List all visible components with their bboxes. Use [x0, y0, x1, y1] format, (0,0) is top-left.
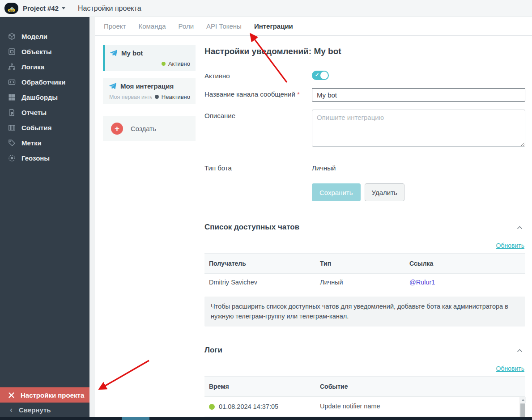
panel-title: Настройки уведомлений: My bot [204, 47, 525, 56]
sidebar-item-objects[interactable]: Объекты [0, 44, 89, 59]
chevron-up-icon [517, 226, 523, 229]
collapse-section-button[interactable] [514, 221, 525, 233]
page-title: Настройки проекта [78, 4, 141, 13]
create-label: Создать [131, 125, 156, 132]
divider [204, 214, 525, 214]
tab-integrations[interactable]: Интеграции [254, 22, 293, 30]
chevron-up-icon [517, 349, 523, 352]
field-label: Тип бота [204, 162, 312, 172]
logs-refresh-row: Обновить [204, 365, 524, 373]
scroll-up-button[interactable] [520, 397, 526, 403]
sidebar-item-label: Обработчики [21, 78, 66, 86]
integration-title: My bot [121, 49, 143, 57]
sidebar-item-label: Свернуть [19, 406, 51, 414]
sidebar-item-label: События [21, 124, 51, 132]
sidebar-collapse-button[interactable]: ‹ Свернуть [0, 403, 89, 417]
sidebar-item-tags[interactable]: Метки [0, 135, 89, 150]
log-time: 01.08.2024 14:37:05 [219, 403, 278, 410]
log-event: Update notifier name [315, 396, 525, 416]
integration-list: My bot Активно Моя интеграция Моя первая… [103, 45, 196, 141]
chats-hint: Чтобы расширить список доступных чатов д… [204, 297, 525, 327]
channel-name-input[interactable] [312, 88, 525, 102]
sidebar-item-models[interactable]: Модели [0, 29, 89, 44]
sidebar-item-reports[interactable]: Отчеты [0, 105, 89, 120]
divider [204, 337, 525, 337]
sidebar-item-events[interactable]: События [0, 120, 89, 135]
table-row: Dmitriy Savichev Личный @Rulur1 [204, 274, 525, 291]
column-header: Время [204, 376, 315, 396]
collapse-section-button[interactable] [514, 344, 525, 356]
description-textarea[interactable] [312, 110, 525, 147]
taxi-emoji: 🚕 [8, 5, 15, 12]
sidebar-item-project-settings[interactable]: Настройки проекта [0, 387, 89, 403]
chats-table: Получатель Тип Ссылка Dmitriy Savichev Л… [204, 253, 525, 291]
tab-team[interactable]: Команда [138, 22, 166, 30]
column-header: Тип [315, 254, 405, 274]
bottom-edge-bar [0, 417, 532, 420]
top-bar: 🚕 Project #42 Настройки проекта [0, 0, 532, 17]
log-row: 01.08.2024 14:37:05 Update notifier name [204, 396, 525, 416]
refresh-chats-link[interactable]: Обновить [496, 242, 524, 249]
tab-api-tokens[interactable]: API Токены [206, 22, 242, 30]
telegram-icon [109, 83, 116, 89]
chevron-down-icon [62, 7, 65, 9]
logs-table: Время Событие 01.08.2024 14:37:05 Update… [204, 376, 525, 420]
refresh-logs-link[interactable]: Обновить [496, 365, 524, 372]
delete-button[interactable]: Удалить [365, 183, 404, 201]
settings-tabs: Проект Команда Роли API Токены Интеграци… [95, 17, 532, 36]
project-selector[interactable]: Project #42 [23, 4, 65, 12]
tools-icon [8, 392, 15, 399]
project-name: Project #42 [23, 4, 59, 12]
chats-section-header: Список доступных чатов [204, 221, 525, 233]
document-icon [8, 109, 16, 116]
field-channel-name: Название канала сообщений * [204, 88, 525, 102]
sidebar-item-label: Дашборды [21, 93, 58, 101]
form-actions: Сохранить Удалить [312, 183, 525, 201]
integration-title: Моя интеграция [120, 82, 174, 90]
sidebar-spacer [0, 165, 89, 387]
dashboard-grid-icon [8, 93, 16, 101]
field-active: Активно ✓ [204, 70, 525, 80]
cube-icon [8, 33, 16, 40]
check-icon: ✓ [315, 72, 319, 78]
tab-project[interactable]: Проект [104, 22, 126, 30]
tag-icon [8, 139, 16, 147]
sidebar-item-label: Логика [21, 63, 44, 71]
app-window: 🚕 Project #42 Настройки проекта Модели О… [0, 0, 532, 420]
hierarchy-icon [8, 63, 16, 71]
active-toggle[interactable]: ✓ [312, 71, 329, 80]
content-gutter [89, 17, 95, 417]
table-header-row: Получатель Тип Ссылка [204, 254, 525, 274]
field-label: Описание [204, 110, 312, 148]
sidebar-item-label: Геозоны [21, 154, 50, 162]
save-button[interactable]: Сохранить [312, 183, 361, 201]
required-asterisk: * [297, 90, 300, 98]
toggle-knob [320, 72, 328, 79]
sidebar-item-logic[interactable]: Логика [0, 59, 89, 74]
sidebar-item-label: Модели [21, 33, 47, 40]
app-logo-icon: 🚕 [4, 3, 18, 14]
chevron-left-icon: ‹ [10, 406, 13, 414]
create-integration-button[interactable]: + Создать [103, 116, 196, 141]
sidebar-item-geozones[interactable]: Геозоны [0, 150, 89, 165]
logs-section-header: Логи [204, 344, 525, 356]
column-header: Событие [315, 376, 525, 396]
sidebar: Модели Объекты Логика Обработчики Дашбор… [0, 17, 89, 417]
telegram-icon [110, 50, 117, 56]
log-status-dot [209, 404, 215, 410]
bot-type-value: Личный [312, 162, 525, 172]
chat-link[interactable]: @Rulur1 [409, 279, 435, 286]
integration-card-my-bot[interactable]: My bot Активно [103, 45, 196, 71]
sidebar-item-dashboards[interactable]: Дашборды [0, 89, 89, 105]
sidebar-item-label: Настройки проекта [21, 391, 84, 399]
field-bot-type: Тип бота Личный [204, 162, 525, 172]
tab-roles[interactable]: Роли [179, 22, 194, 30]
status-dot [155, 95, 159, 99]
type-cell: Личный [315, 274, 405, 291]
column-header: Ссылка [405, 254, 525, 274]
table-header-row: Время Событие [204, 376, 525, 396]
section-title: Список доступных чатов [204, 223, 299, 232]
sidebar-item-handlers[interactable]: Обработчики [0, 74, 89, 89]
integration-card-my-integration[interactable]: Моя интеграция Моя первая интег... Неакт… [103, 78, 196, 104]
code-box-icon [8, 78, 16, 86]
